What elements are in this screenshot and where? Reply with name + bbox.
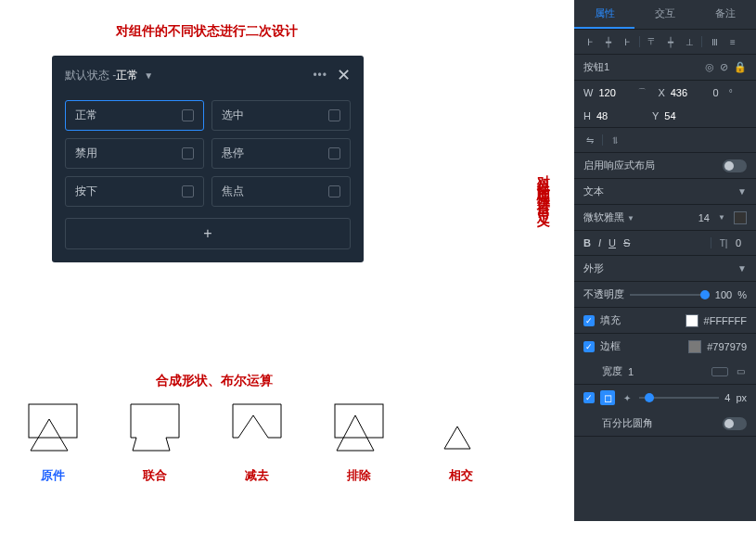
radius-pct-toggle[interactable]: [723, 417, 747, 430]
states-grid: 正常 选中 禁用 悬停 按下 焦点: [52, 93, 364, 214]
divider: [602, 134, 603, 146]
distribute-v-icon[interactable]: ≡: [726, 35, 739, 48]
radius-toggle[interactable]: ✓: [583, 392, 595, 403]
padding-input[interactable]: 0: [736, 237, 747, 248]
r-input[interactable]: 0: [700, 87, 719, 98]
opacity-row: 不透明度 100 %: [574, 282, 756, 308]
tab-interaction[interactable]: 交互: [634, 0, 695, 29]
radius-mode-all-icon[interactable]: ◻: [600, 390, 615, 405]
shape-label: 排除: [347, 467, 371, 484]
strike-button[interactable]: S: [623, 237, 630, 248]
radius-slider[interactable]: [639, 397, 719, 399]
stroke-toggle[interactable]: ✓: [583, 341, 595, 352]
text-section-header[interactable]: 文本 ▼: [574, 179, 756, 205]
opacity-slider[interactable]: [630, 294, 710, 296]
shape-union: 联合: [121, 402, 189, 484]
checkbox-icon[interactable]: [182, 185, 194, 197]
shape-label: 原件: [41, 467, 65, 484]
checkbox-icon[interactable]: [328, 185, 340, 197]
annotation-top: 对组件的不同状态进行二次设计: [116, 23, 298, 40]
stroke-style-icon[interactable]: [711, 367, 728, 376]
shape-label: 联合: [143, 467, 167, 484]
chevron-down-icon[interactable]: ▼: [715, 211, 728, 224]
shape-section-header[interactable]: 外形 ▼: [574, 256, 756, 282]
state-label: 正常: [75, 108, 97, 123]
more-icon[interactable]: •••: [313, 69, 327, 82]
flip-row: ⇋ ⥮: [574, 128, 756, 153]
align-middle-icon[interactable]: ┿: [664, 35, 677, 48]
state-normal[interactable]: 正常: [65, 100, 204, 131]
stroke-swatch[interactable]: [688, 340, 701, 353]
boolean-shapes: 原件 联合 减去 排除 相交: [19, 402, 495, 484]
shape-label: 减去: [245, 467, 269, 484]
checkbox-icon[interactable]: [328, 109, 340, 121]
radius-pct-row: 百分比圆角: [574, 411, 756, 437]
radius-pct-label: 百分比圆角: [602, 416, 717, 430]
state-focus[interactable]: 焦点: [211, 176, 351, 207]
opacity-label: 不透明度: [583, 287, 624, 301]
checkbox-icon[interactable]: [328, 147, 340, 159]
checkbox-icon[interactable]: [182, 109, 194, 121]
stroke-pos-icon[interactable]: ▭: [734, 365, 747, 378]
state-hover[interactable]: 悬停: [211, 138, 351, 169]
align-row: Ⱶ ┿ Ⱶ 〒 ┿ ⊥ Ⅲ ≡: [574, 30, 756, 55]
inspector-panel: 属性 交互 备注 Ⱶ ┿ Ⱶ 〒 ┿ ⊥ Ⅲ ≡ 按钮1 ◎ ⊘ 🔒 W 120…: [574, 0, 756, 521]
fill-row: ✓ 填充 #FFFFFF: [574, 308, 756, 334]
font-color-swatch[interactable]: [734, 211, 747, 224]
align-top-icon[interactable]: 〒: [646, 35, 659, 48]
flip-h-icon[interactable]: ⇋: [583, 134, 596, 146]
text-align-icon[interactable]: T|: [717, 236, 730, 249]
no-icon[interactable]: ⊘: [720, 61, 728, 73]
fill-swatch[interactable]: [686, 314, 698, 327]
opacity-unit: %: [737, 289, 747, 300]
x-input[interactable]: 436: [671, 87, 695, 98]
stroke-value[interactable]: #797979: [707, 341, 747, 352]
font-select[interactable]: 微软雅黑 ▼: [583, 210, 693, 224]
align-center-icon[interactable]: ┿: [602, 35, 615, 48]
font-size-input[interactable]: 14: [698, 212, 710, 223]
state-selected[interactable]: 选中: [211, 100, 351, 131]
radius-value[interactable]: 4: [724, 392, 730, 403]
target-icon[interactable]: ◎: [705, 61, 714, 73]
stroke-width-row: 宽度 1 ▭: [574, 359, 756, 385]
geom-row-1: W 120 ⌒ X 436 0 °: [574, 81, 756, 105]
align-right-icon[interactable]: Ⱶ: [621, 35, 634, 48]
add-state-button[interactable]: +: [65, 218, 351, 249]
y-label: Y: [652, 110, 659, 121]
distribute-h-icon[interactable]: Ⅲ: [708, 35, 721, 48]
shape-subtract: 减去: [223, 402, 291, 484]
stroke-width-input[interactable]: 1: [628, 366, 634, 377]
chevron-down-icon[interactable]: ▼: [144, 70, 153, 81]
opacity-value[interactable]: 100: [715, 289, 732, 300]
inspector-tabs: 属性 交互 备注: [574, 0, 756, 30]
align-bottom-icon[interactable]: ⊥: [683, 35, 696, 48]
state-label: 按下: [75, 184, 97, 199]
close-icon[interactable]: ✕: [337, 65, 351, 85]
fill-toggle[interactable]: ✓: [583, 315, 595, 326]
y-input[interactable]: 54: [664, 110, 688, 121]
bold-button[interactable]: B: [583, 237, 591, 248]
w-input[interactable]: 120: [598, 87, 626, 98]
checkbox-icon[interactable]: [182, 147, 194, 159]
svg-marker-3: [337, 415, 374, 451]
link-icon[interactable]: ⌒: [635, 86, 648, 99]
state-pressed[interactable]: 按下: [65, 176, 204, 207]
shape-exclude: 排除: [325, 402, 393, 484]
h-input[interactable]: 48: [596, 110, 624, 121]
lock-icon[interactable]: 🔒: [734, 61, 747, 73]
tab-properties[interactable]: 属性: [574, 0, 634, 29]
x-label: X: [658, 87, 664, 98]
element-name[interactable]: 按钮1: [583, 60, 699, 74]
chevron-down-icon: ▼: [737, 186, 747, 197]
shape-original-icon: [23, 402, 83, 454]
state-disabled[interactable]: 禁用: [65, 138, 204, 169]
shape-intersect: 相交: [427, 402, 495, 484]
align-left-icon[interactable]: Ⱶ: [583, 35, 596, 48]
italic-button[interactable]: I: [598, 237, 601, 248]
flip-v-icon[interactable]: ⥮: [609, 134, 621, 146]
fill-value[interactable]: #FFFFFF: [704, 315, 747, 326]
tab-notes[interactable]: 备注: [696, 0, 756, 29]
responsive-toggle[interactable]: [723, 159, 747, 172]
radius-mode-each-icon[interactable]: ✦: [621, 391, 634, 404]
underline-button[interactable]: U: [609, 237, 616, 248]
